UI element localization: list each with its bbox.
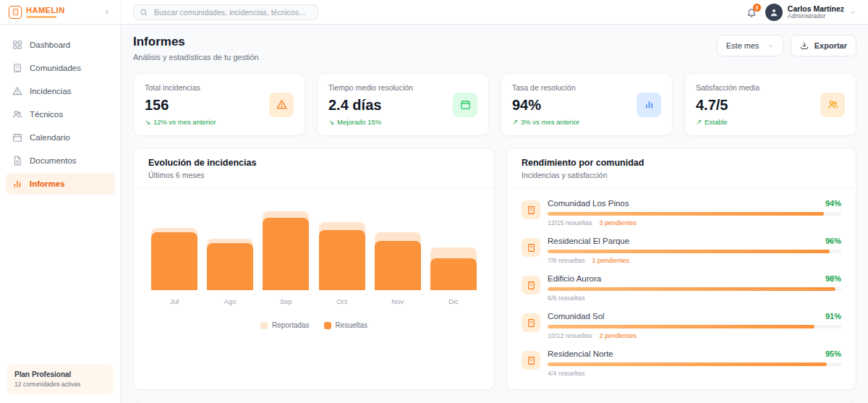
community-name: Residencial Norte xyxy=(548,349,613,358)
progress-track xyxy=(548,212,841,216)
alert-triangle-icon xyxy=(12,86,22,96)
progress-track xyxy=(548,250,841,253)
trend-up-icon: ↗ xyxy=(512,118,518,126)
evolution-chart-card: Evolución de incidencias Últimos 6 meses… xyxy=(133,148,495,390)
main-content: Informes Análisis y estadísticas de tu g… xyxy=(122,25,868,403)
building-icon xyxy=(522,351,540,370)
stat-trend-text: 12% vs mes anterior xyxy=(153,118,216,126)
stat-card-total-incidencias: Total incidencias 156 ↘12% vs mes anteri… xyxy=(133,73,305,136)
chevron-down-icon xyxy=(767,43,774,49)
bar-group-nov: Nov xyxy=(373,205,422,305)
sidebar-item-incidencias[interactable]: Incidencias xyxy=(6,80,115,102)
export-button[interactable]: Exportar xyxy=(791,35,856,56)
stat-card-tiempo-medio: Tiempo medio resolución 2.4 días ↘Mejora… xyxy=(317,73,489,136)
app-window: HAMELIN 3 Ca xyxy=(0,0,868,403)
community-percentage: 94% xyxy=(825,199,841,208)
x-tick-label: Nov xyxy=(391,297,404,305)
resolved-count: 7/8 resueltas xyxy=(548,257,585,264)
bar-group-jul: Jul xyxy=(150,205,199,305)
alert-triangle-icon xyxy=(269,93,294,117)
progress-track xyxy=(548,325,841,328)
progress-fill xyxy=(548,325,814,328)
export-button-label: Exportar xyxy=(814,41,847,50)
pending-count: 1 pendientes xyxy=(592,257,630,264)
bar-resueltas xyxy=(151,232,197,290)
building-icon xyxy=(522,200,540,219)
sidebar-item-documentos[interactable]: Documentos xyxy=(6,150,115,171)
sidebar-item-informes[interactable]: Informes xyxy=(6,173,115,195)
search-input[interactable] xyxy=(133,4,318,20)
sidebar-item-calendario[interactable]: Calendario xyxy=(6,127,115,148)
trend-down-icon: ↘ xyxy=(145,118,150,126)
x-tick-label: Oct xyxy=(336,297,347,305)
brand-tagline xyxy=(26,16,56,18)
stat-trend-text: 3% vs mes anterior xyxy=(521,118,579,126)
bar-group-oct: Oct xyxy=(318,205,367,305)
topbar-actions: 3 Carlos Martínez Administrador xyxy=(746,4,868,21)
bar-group-ago: Ago xyxy=(205,205,255,305)
user-menu[interactable]: Carlos Martínez Administrador xyxy=(765,4,856,21)
building-icon xyxy=(12,63,22,73)
brand-logo: HAMELIN xyxy=(9,6,65,19)
sidebar-item-label: Informes xyxy=(30,179,65,188)
sidebar-item-label: Comunidades xyxy=(30,64,81,72)
period-select[interactable]: Este mes xyxy=(717,35,783,56)
trend-up-icon: ↗ xyxy=(696,118,702,126)
stat-value: 2.4 días xyxy=(328,97,413,114)
bar-resueltas xyxy=(375,241,421,290)
grid-icon xyxy=(12,40,22,50)
calendar-icon xyxy=(12,132,22,143)
sidebar-item-comunidades[interactable]: Comunidades xyxy=(6,57,115,79)
chart-legend: Reportadas Resueltas xyxy=(148,321,480,329)
brand-area: HAMELIN xyxy=(0,0,122,24)
sidebar-item-label: Dashboard xyxy=(30,41,70,49)
resolved-count: 6/6 resueltas xyxy=(548,294,585,302)
pending-count: 3 pendientes xyxy=(600,219,637,226)
x-tick-label: Sep xyxy=(280,297,292,305)
top-bar: HAMELIN 3 Ca xyxy=(0,0,868,25)
legend-item-resueltas: Resueltas xyxy=(324,321,367,329)
community-percentage: 96% xyxy=(825,237,841,245)
chevron-down-icon xyxy=(849,9,856,16)
progress-fill xyxy=(548,250,830,253)
notifications-button[interactable]: 3 xyxy=(746,7,757,17)
plan-title: Plan Profesional xyxy=(14,370,106,378)
user-name: Carlos Martínez xyxy=(788,4,844,13)
stat-value: 156 xyxy=(145,97,216,114)
brand-name: HAMELIN xyxy=(26,7,65,14)
community-row: Comunidad Sol91% 10/12 resueltas2 pendie… xyxy=(522,307,841,344)
stat-card-tasa-resolucion: Tasa de resolución 94% ↗3% vs mes anteri… xyxy=(501,73,673,136)
stats-row: Total incidencias 156 ↘12% vs mes anteri… xyxy=(133,73,856,136)
page-subtitle: Análisis y estadísticas de tu gestión xyxy=(133,53,259,61)
legend-label: Reportadas xyxy=(272,321,310,329)
global-search xyxy=(133,4,318,20)
progress-fill xyxy=(548,362,827,366)
sidebar-item-label: Incidencias xyxy=(30,87,72,96)
community-percentage: 98% xyxy=(825,274,841,283)
sidebar-item-tecnicos[interactable]: Técnicos xyxy=(6,103,115,125)
bar-chart-icon xyxy=(12,179,22,189)
plan-info-box: Plan Profesional 12 comunidades activas xyxy=(7,364,114,394)
calendar-icon xyxy=(453,93,477,117)
sidebar-item-dashboard[interactable]: Dashboard xyxy=(6,34,115,56)
stat-card-satisfaccion: Satisfacción media 4.7/5 ↗Estable xyxy=(684,73,856,136)
stat-label: Total incidencias xyxy=(145,83,216,92)
document-icon xyxy=(12,156,22,166)
sidebar-collapse-button[interactable] xyxy=(101,6,114,19)
notification-badge: 3 xyxy=(753,4,761,12)
sidebar-item-label: Documentos xyxy=(30,156,77,165)
card-subtitle: Incidencias y satisfacción xyxy=(522,171,841,179)
x-tick-label: Jul xyxy=(170,297,179,305)
stat-value: 94% xyxy=(512,97,579,114)
sidebar-item-label: Calendario xyxy=(30,133,70,142)
plan-subtitle: 12 comunidades activas xyxy=(14,381,106,388)
users-icon xyxy=(12,109,22,119)
search-icon xyxy=(140,8,148,16)
sidebar: Dashboard Comunidades Incidencias Técnic… xyxy=(0,25,122,403)
community-percentage: 91% xyxy=(825,312,841,321)
resolved-count: 12/15 resueltas xyxy=(548,219,592,226)
community-row: Comunidad Los Pinos94% 12/15 resueltas3 … xyxy=(522,194,841,232)
stat-trend-text: Estable xyxy=(705,118,728,126)
legend-swatch xyxy=(324,322,331,329)
stat-label: Tiempo medio resolución xyxy=(328,83,413,92)
